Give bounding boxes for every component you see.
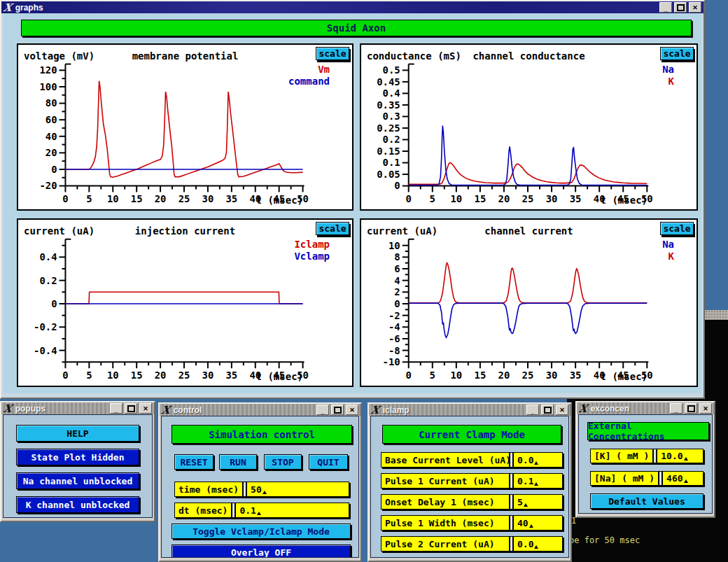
- svg-text:15: 15: [474, 370, 486, 381]
- run-button[interactable]: RUN: [219, 454, 257, 470]
- dt-field-input[interactable]: 0.1: [234, 503, 349, 517]
- na-channel-button[interactable]: Na channel unblocked: [16, 472, 139, 489]
- plot-title: injection current: [60, 225, 310, 237]
- graphs-titlebar[interactable]: X graphs _ ✕: [1, 1, 704, 13]
- chart-channel-conductance: 0.50.450.40.350.30.250.20.150.10.0500510…: [361, 45, 696, 209]
- scale-button[interactable]: scale: [316, 47, 349, 60]
- minimize-icon[interactable]: _: [110, 403, 122, 414]
- help-button[interactable]: HELP: [16, 425, 139, 442]
- overlay-button[interactable]: Overlay OFF: [172, 545, 351, 558]
- pulse1-width-row: Pulse 1 Width (msec) 40: [381, 515, 563, 531]
- svg-text:25: 25: [178, 193, 190, 204]
- terminal-line: be for 50 msec: [569, 535, 640, 545]
- control-window: X control _ ✕ Simulation control RESET R…: [158, 402, 362, 562]
- reset-button[interactable]: RESET: [174, 454, 214, 470]
- text-cursor: [257, 512, 261, 515]
- plot-panel-channel-conductance: 0.50.450.40.350.30.250.20.150.10.0500510…: [360, 43, 698, 211]
- svg-text:100: 100: [39, 81, 57, 92]
- svg-text:35: 35: [225, 370, 237, 381]
- time-field-input[interactable]: 50: [246, 482, 349, 496]
- svg-text:120: 120: [39, 64, 57, 76]
- svg-text:15: 15: [131, 370, 143, 381]
- onset-delay1-input[interactable]: 5: [512, 495, 562, 509]
- svg-text:0.4: 0.4: [39, 251, 57, 262]
- svg-text:35: 35: [570, 370, 582, 381]
- svg-text:20: 20: [46, 147, 57, 158]
- minimize-icon[interactable]: _: [659, 2, 672, 13]
- window-title: popups: [15, 404, 46, 414]
- maximize-icon[interactable]: [125, 403, 137, 414]
- minimize-icon[interactable]: _: [316, 405, 329, 415]
- iclamp-window: X iclamp _ ✕ Current Clamp Mode Base Cur…: [368, 402, 572, 562]
- graphs-window: X graphs _ ✕ Squid Axon 120100806040200-…: [0, 0, 705, 399]
- pulse1-width-input[interactable]: 40: [512, 516, 562, 530]
- dt-field-label: dt (msec): [175, 503, 232, 517]
- pulse1-current-input[interactable]: 0.1: [512, 474, 562, 488]
- close-icon[interactable]: ✕: [139, 403, 152, 414]
- svg-text:4: 4: [394, 275, 400, 286]
- pulse2-current-input[interactable]: 0.0: [512, 537, 562, 551]
- svg-text:10: 10: [450, 193, 462, 204]
- svg-text:20: 20: [498, 193, 510, 204]
- svg-text:30: 30: [546, 370, 558, 381]
- k-concentration-label: [K] ( mM ): [591, 449, 654, 463]
- iclamp-titlebar[interactable]: X iclamp _ ✕: [369, 404, 570, 416]
- quit-button[interactable]: QUIT: [309, 454, 348, 470]
- default-values-button[interactable]: Default Values: [590, 493, 704, 509]
- plot-title: channel conductance: [403, 50, 654, 62]
- text-cursor: [529, 524, 533, 528]
- k-concentration-input[interactable]: 10.0: [656, 449, 703, 463]
- maximize-icon[interactable]: [674, 2, 687, 13]
- toggle-clamp-mode-button[interactable]: Toggle Vclamp/Iclamp Mode: [172, 524, 351, 539]
- close-icon[interactable]: ✕: [689, 2, 701, 13]
- dt-field-row: dt (msec) 0.1: [174, 503, 349, 518]
- scale-button[interactable]: scale: [660, 47, 694, 60]
- svg-text:5: 5: [430, 370, 435, 381]
- legend-entry: Na: [662, 239, 674, 251]
- text-cursor: [534, 461, 538, 465]
- svg-text:15: 15: [131, 193, 143, 204]
- svg-text:-8: -8: [388, 345, 400, 356]
- exconcen-titlebar[interactable]: X exconcen _ ✕: [577, 402, 714, 414]
- svg-text:0.2: 0.2: [383, 134, 400, 145]
- maximize-icon[interactable]: [331, 405, 344, 415]
- svg-text:0.15: 0.15: [377, 146, 400, 157]
- svg-text:0.45: 0.45: [377, 76, 400, 87]
- control-titlebar[interactable]: X control _ ✕: [160, 404, 360, 416]
- k-channel-button[interactable]: K channel unblocked: [16, 496, 139, 513]
- svg-text:25: 25: [522, 193, 534, 204]
- svg-text:25: 25: [178, 370, 190, 381]
- x-axis-label: t (msec): [256, 195, 303, 206]
- legend-entry: command: [288, 76, 330, 87]
- iclamp-banner: Current Clamp Mode: [382, 425, 561, 444]
- close-icon[interactable]: ✕: [556, 405, 568, 415]
- minimize-icon[interactable]: _: [670, 403, 682, 414]
- window-title: control: [174, 405, 202, 415]
- svg-text:0.25: 0.25: [377, 122, 400, 134]
- svg-text:30: 30: [202, 370, 214, 381]
- svg-text:-4: -4: [388, 321, 400, 332]
- close-icon[interactable]: ✕: [346, 405, 358, 415]
- scale-button[interactable]: scale: [660, 222, 694, 235]
- legend-entry: Vm: [288, 64, 330, 76]
- state-plot-button[interactable]: State Plot Hidden: [16, 449, 139, 465]
- iclamp-content: Current Clamp Mode Base Current Level (u…: [370, 416, 569, 558]
- time-field-label: time (msec): [175, 482, 244, 496]
- maximize-icon[interactable]: [541, 405, 554, 415]
- svg-text:0.3: 0.3: [383, 111, 400, 122]
- close-icon[interactable]: ✕: [699, 403, 712, 414]
- plot-panel-membrane-potential: 120100806040200-2005101520253035404550 v…: [17, 43, 354, 211]
- popups-titlebar[interactable]: X popups _ ✕: [1, 402, 154, 414]
- svg-text:25: 25: [522, 370, 534, 381]
- svg-text:0: 0: [406, 193, 412, 204]
- svg-text:0: 0: [62, 193, 68, 204]
- svg-text:-0.2: -0.2: [34, 321, 57, 332]
- base-current-input[interactable]: 0.0: [512, 453, 562, 467]
- scale-button[interactable]: scale: [316, 222, 349, 235]
- svg-text:20: 20: [155, 193, 167, 204]
- minimize-icon[interactable]: _: [526, 405, 539, 415]
- stop-button[interactable]: STOP: [264, 454, 302, 470]
- maximize-icon[interactable]: [685, 403, 697, 414]
- svg-text:40: 40: [46, 131, 57, 142]
- na-concentration-input[interactable]: 460: [662, 472, 703, 485]
